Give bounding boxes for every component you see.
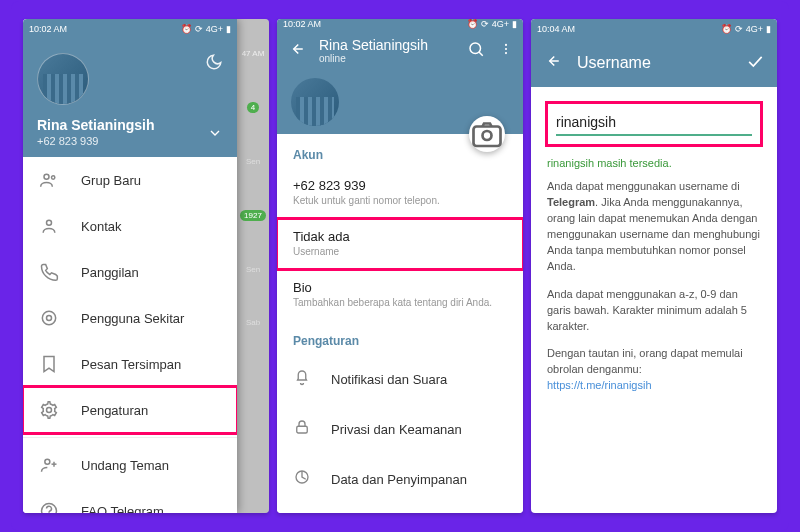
confirm-icon[interactable] xyxy=(745,51,765,75)
settings-label: Privasi dan Keamanan xyxy=(331,422,462,437)
unread-badge: 1927 xyxy=(240,210,266,221)
lock-icon xyxy=(293,418,311,440)
username-row[interactable]: Tidak ada Username xyxy=(277,219,523,269)
svg-line-13 xyxy=(479,52,483,56)
settings-label: Data dan Penyimpanan xyxy=(331,472,467,487)
menu-label: Pesan Tersimpan xyxy=(81,357,181,372)
bio-row[interactable]: Bio Tambahkan beberapa kata tentang diri… xyxy=(277,270,523,320)
back-icon[interactable] xyxy=(543,52,561,74)
divider xyxy=(23,437,237,438)
menu-label: Kontak xyxy=(81,219,121,234)
svg-point-3 xyxy=(47,316,52,321)
change-photo-button[interactable] xyxy=(469,116,505,152)
bio-title: Bio xyxy=(293,280,507,295)
chevron-down-icon[interactable] xyxy=(207,125,223,145)
back-icon[interactable] xyxy=(287,40,305,62)
status-icons: ⏰ ⟳4G+▮ xyxy=(181,24,231,34)
contact-icon xyxy=(39,216,59,236)
settings-data[interactable]: Data dan Penyimpanan xyxy=(277,454,523,504)
peek-time: 47 AM xyxy=(242,49,265,58)
svg-point-1 xyxy=(52,176,55,179)
username-input[interactable] xyxy=(556,110,752,136)
phone-sub: Ketuk untuk ganti nomor telepon. xyxy=(293,195,507,206)
account-name: Rina Setianingsih xyxy=(37,117,223,133)
menu-settings[interactable]: Pengaturan xyxy=(23,387,237,433)
tutorial-frame: 47 AM 4 Sen 1927 Sen Sab 10:02 AM ⏰ ⟳4G+… xyxy=(11,1,789,531)
phone-row[interactable]: +62 823 939 Ketuk untuk ganti nomor tele… xyxy=(277,168,523,218)
svg-point-6 xyxy=(45,459,50,464)
day-label: Sab xyxy=(246,318,260,327)
section-title-settings: Pengaturan xyxy=(277,320,523,354)
profile-title: Rina Setianingsih online xyxy=(319,37,453,64)
phone-icon xyxy=(39,262,59,282)
menu-label: Pengaturan xyxy=(81,403,148,418)
svg-point-5 xyxy=(47,408,52,413)
svg-rect-17 xyxy=(474,127,501,147)
username-sub: Username xyxy=(293,246,507,257)
account-section: Akun +62 823 939 Ketuk untuk ganti nomor… xyxy=(277,134,523,320)
menu-label: Undang Teman xyxy=(81,458,169,473)
data-icon xyxy=(293,468,311,490)
status-bar: 10:02 AM ⏰ ⟳4G+▮ xyxy=(23,19,237,39)
menu-contacts[interactable]: Kontak xyxy=(23,203,237,249)
phone-value: +62 823 939 xyxy=(293,178,507,193)
profile-status: online xyxy=(319,53,453,64)
menu-saved[interactable]: Pesan Tersimpan xyxy=(23,341,237,387)
day-label: Sen xyxy=(246,265,260,274)
profile-name: Rina Setianingsih xyxy=(319,37,453,53)
menu-nearby[interactable]: Pengguna Sekitar xyxy=(23,295,237,341)
drawer-menu: Grup Baru Kontak Panggilan Pengguna Seki… xyxy=(23,157,237,513)
menu-invite[interactable]: Undang Teman xyxy=(23,442,237,488)
menu-label: Grup Baru xyxy=(81,173,141,188)
drawer-header: Rina Setianingsih +62 823 939 xyxy=(23,39,237,157)
invite-icon xyxy=(39,455,59,475)
username-toolbar: Username xyxy=(531,39,777,87)
username-input-wrap xyxy=(545,101,763,147)
bookmark-icon xyxy=(39,354,59,374)
username-value: Tidak ada xyxy=(293,229,507,244)
night-mode-icon[interactable] xyxy=(205,53,223,75)
status-icons: ⏰ ⟳4G+▮ xyxy=(467,19,517,29)
account-phone: +62 823 939 xyxy=(37,135,223,147)
menu-faq[interactable]: FAQ Telegram xyxy=(23,488,237,513)
svg-point-0 xyxy=(44,174,49,179)
svg-point-18 xyxy=(483,131,492,140)
help-text-2: Anda dapat menggunakan a-z, 0-9 dan gari… xyxy=(547,287,761,335)
gear-icon xyxy=(39,400,59,420)
settings-label: Notifikasi dan Suara xyxy=(331,372,447,387)
svg-point-14 xyxy=(505,43,507,45)
page-title: Username xyxy=(577,54,729,72)
svg-point-12 xyxy=(470,43,481,54)
chats-behind: 47 AM 4 Sen 1927 Sen Sab xyxy=(237,19,269,513)
status-bar: 10:04 AM ⏰ ⟳4G+▮ xyxy=(531,19,777,39)
svg-rect-19 xyxy=(297,426,308,433)
unread-badge: 4 xyxy=(247,102,259,113)
menu-new-group[interactable]: Grup Baru xyxy=(23,157,237,203)
search-icon[interactable] xyxy=(467,40,485,62)
help-icon xyxy=(39,501,59,513)
status-icons: ⏰ ⟳4G+▮ xyxy=(721,24,771,34)
profile-header-block: Rina Setianingsih online xyxy=(277,29,523,134)
bell-icon xyxy=(293,368,311,390)
help-text-1: Anda dapat menggunakan username di Teleg… xyxy=(547,179,761,275)
day-label: Sen xyxy=(246,157,260,166)
menu-calls[interactable]: Panggilan xyxy=(23,249,237,295)
share-link[interactable]: https://t.me/rinanigsih xyxy=(547,379,652,391)
phone-drawer: 47 AM 4 Sen 1927 Sen Sab 10:02 AM ⏰ ⟳4G+… xyxy=(23,19,269,513)
phone-username: 10:04 AM ⏰ ⟳4G+▮ Username rinanigsih mas… xyxy=(531,19,777,513)
help-text-3: Dengan tautan ini, orang dapat memulai o… xyxy=(547,346,761,394)
settings-section: Pengaturan Notifikasi dan Suara Privasi … xyxy=(277,320,523,513)
availability-message: rinanigsih masih tersedia. xyxy=(547,157,761,169)
settings-chat[interactable]: Pengaturan Obrolan xyxy=(277,504,523,513)
nav-drawer: 10:02 AM ⏰ ⟳4G+▮ Rina Setianingsih +62 8… xyxy=(23,19,237,513)
phone-profile: 10:02 AM ⏰ ⟳4G+▮ Rina Setianingsih onlin… xyxy=(277,19,523,513)
avatar[interactable] xyxy=(291,78,339,126)
settings-privacy[interactable]: Privasi dan Keamanan xyxy=(277,404,523,454)
clock: 10:04 AM xyxy=(537,24,575,34)
avatar[interactable] xyxy=(37,53,89,105)
clock: 10:02 AM xyxy=(29,24,67,34)
more-icon[interactable] xyxy=(499,42,513,60)
settings-notifications[interactable]: Notifikasi dan Suara xyxy=(277,354,523,404)
menu-label: FAQ Telegram xyxy=(81,504,164,514)
svg-point-2 xyxy=(47,220,52,225)
